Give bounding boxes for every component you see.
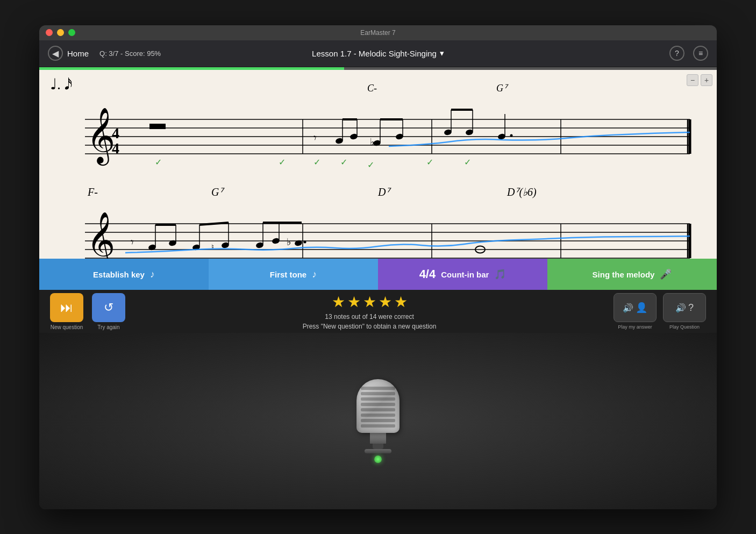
person-icon: 👤: [636, 302, 647, 314]
toolbar: ◀ Home Q: 3/7 - Score: 95% Lesson 1.7 - …: [39, 40, 717, 67]
svg-point-35: [510, 134, 513, 137]
titlebar: EarMaster 7: [39, 25, 717, 40]
dropdown-arrow-icon: ▾: [440, 48, 444, 58]
app-window: EarMaster 7 ◀ Home Q: 3/7 - Score: 95% L…: [39, 25, 717, 509]
sing-melody-label: Sing the melody: [593, 270, 655, 279]
zoom-controls: − +: [687, 74, 712, 86]
zoom-in-button[interactable]: +: [701, 74, 712, 86]
play-question-button[interactable]: 🔊 ?: [663, 293, 706, 322]
mic-head: [356, 379, 400, 433]
microphone-graphic: [356, 379, 400, 463]
try-again-label: Try again: [97, 324, 119, 330]
lesson-title: Lesson 1.7 - Melodic Sight-Singing ▾: [312, 48, 444, 58]
mic-base: [365, 449, 391, 453]
svg-text:G⁷: G⁷: [496, 83, 509, 94]
results-center: ★ ★ ★ ★ ★ 13 notes out of 14 were correc…: [134, 293, 605, 330]
first-tone-button[interactable]: First tone ♪: [209, 259, 378, 290]
sheet-music-area: − + ♩. 𝅘𝅥𝅯𝅘𝅥𝅯 C- G⁷ 𝄞 4 4: [39, 70, 717, 259]
zoom-out-button[interactable]: −: [687, 74, 698, 86]
count-in-button[interactable]: 4/4 Count-in bar 🎵: [378, 259, 547, 290]
star-4: ★: [379, 293, 392, 311]
svg-text:D⁷: D⁷: [377, 186, 391, 198]
svg-rect-15: [149, 124, 166, 129]
treble-clef-icon-1: ♪: [150, 269, 155, 280]
rhythm-notation: ♩. 𝅘𝅥𝅯𝅘𝅥𝅯: [50, 75, 65, 94]
new-question-button[interactable]: ⏭: [50, 293, 83, 322]
svg-text:D⁷(♭6): D⁷(♭6): [507, 186, 537, 198]
staff-line-1: C- G⁷ 𝄞 4 4 𝄾: [50, 76, 706, 173]
star-3: ★: [363, 293, 376, 311]
speaker-icon-1: 🔊: [623, 303, 633, 313]
count-in-label: Count-in bar: [441, 270, 489, 279]
count-time-sig: 4/4: [419, 268, 436, 280]
back-arrow-icon: ◀: [48, 46, 63, 61]
star-5: ★: [394, 293, 408, 311]
note-icon-1: ♪: [312, 269, 317, 280]
svg-text:𝄞: 𝄞: [87, 212, 115, 259]
app-title: EarMaster 7: [360, 29, 395, 37]
svg-text:✓: ✓: [313, 158, 320, 167]
svg-text:G⁷: G⁷: [211, 186, 225, 198]
establish-key-label: Establish key: [93, 270, 145, 279]
svg-text:♮: ♮: [211, 243, 214, 251]
play-my-answer-button[interactable]: 🔊 👤: [614, 293, 657, 322]
metronome-icon: 🎵: [494, 268, 506, 280]
stars-display: ★ ★ ★ ★ ★: [332, 293, 408, 311]
mic-neck: [370, 433, 386, 444]
svg-text:𝄞: 𝄞: [87, 108, 115, 166]
mic-active-indicator: [374, 455, 382, 463]
mic-icon: 🎤: [660, 268, 672, 280]
svg-text:✓: ✓: [426, 158, 433, 167]
play-question-icons: 🔊 ?: [675, 302, 694, 314]
svg-text:✓: ✓: [279, 158, 286, 167]
svg-text:✓: ✓: [367, 160, 374, 169]
sing-melody-button[interactable]: Sing the melody 🎤: [547, 259, 717, 290]
results-bar: ⏭ New question ↺ Try again ★ ★ ★ ★ ★ 13 …: [39, 290, 717, 333]
star-2: ★: [347, 293, 361, 311]
speaker-icon-2: 🔊: [675, 303, 686, 313]
svg-text:C-: C-: [367, 83, 377, 94]
svg-text:♭: ♭: [370, 137, 374, 147]
establish-key-button[interactable]: Establish key ♪: [39, 259, 209, 290]
home-nav[interactable]: ◀ Home: [48, 46, 89, 61]
play-my-answer-label: Play my answer: [618, 324, 652, 330]
svg-text:✓: ✓: [155, 158, 162, 167]
svg-point-77: [304, 240, 306, 243]
svg-line-69: [199, 223, 229, 225]
play-buttons: 🔊 👤 Play my answer 🔊 ? Play Question: [614, 293, 706, 330]
svg-text:♭: ♭: [287, 237, 291, 247]
help-button[interactable]: ?: [669, 46, 684, 61]
instruction-text: Press "New question" to obtain a new que…: [303, 323, 437, 330]
minimize-button[interactable]: [57, 29, 64, 36]
play-question-label: Play Question: [669, 324, 700, 330]
score-display: Q: 3/7 - Score: 95%: [99, 49, 161, 58]
menu-button[interactable]: ≡: [693, 46, 708, 61]
mic-grill: [356, 385, 400, 430]
first-tone-label: First tone: [270, 270, 306, 279]
skip-icon: ⏭: [60, 300, 73, 315]
maximize-button[interactable]: [68, 29, 75, 36]
staff-line-2: F- G⁷ D⁷ D⁷(♭6) 𝄞 𝄾: [50, 181, 706, 259]
home-label: Home: [67, 49, 89, 58]
close-button[interactable]: [46, 29, 53, 36]
svg-text:F-: F-: [87, 186, 98, 198]
svg-text:4: 4: [112, 125, 119, 141]
action-buttons-row: Establish key ♪ First tone ♪ 4/4 Count-i…: [39, 259, 717, 290]
retry-icon: ↺: [104, 301, 113, 315]
mic-post: [373, 444, 383, 449]
svg-text:✓: ✓: [464, 158, 471, 167]
svg-text:4: 4: [112, 140, 119, 156]
microphone-area: [39, 333, 717, 509]
new-question-label: New question: [51, 324, 83, 330]
try-again-button[interactable]: ↺: [92, 293, 125, 322]
lesson-label: Lesson 1.7 - Melodic Sight-Singing: [312, 49, 437, 58]
question-icon: ?: [688, 302, 694, 314]
toolbar-actions: ? ≡: [669, 46, 708, 61]
star-1: ★: [332, 293, 345, 311]
svg-text:✓: ✓: [340, 158, 347, 167]
notes-correct-text: 13 notes out of 14 were correct: [325, 313, 413, 321]
window-controls: [46, 29, 75, 36]
play-answer-icons: 🔊 👤: [623, 302, 647, 314]
